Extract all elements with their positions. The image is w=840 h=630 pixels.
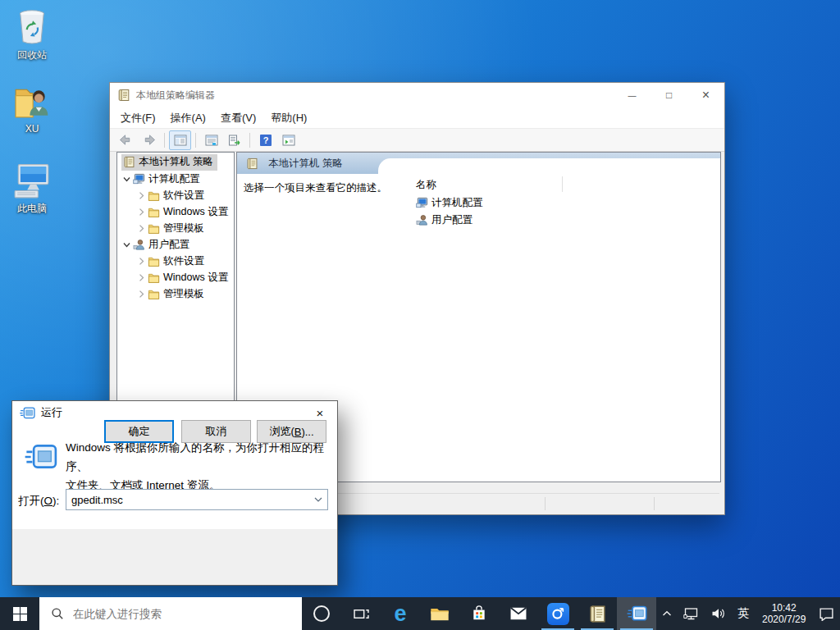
tree-item-computer-config[interactable]: 计算机配置 xyxy=(117,171,234,187)
tree-item-windows-settings[interactable]: Windows 设置 xyxy=(117,269,234,285)
back-arrow-icon xyxy=(118,134,134,146)
list-item-computer-config[interactable]: 计算机配置 xyxy=(416,194,483,212)
title-bar[interactable]: 本地组策略编辑器 — □ × xyxy=(110,83,724,107)
menu-action[interactable]: 操作(A) xyxy=(163,111,213,126)
tree-item-software-settings[interactable]: 软件设置 xyxy=(117,187,234,203)
taskbar-clock[interactable]: 10:42 2020/7/29 xyxy=(755,597,813,630)
todesk-icon xyxy=(547,603,569,625)
maximize-button[interactable]: □ xyxy=(651,83,687,107)
open-input[interactable] xyxy=(66,493,309,507)
menu-file[interactable]: 文件(F) xyxy=(113,111,163,126)
todesk-button[interactable] xyxy=(538,597,578,630)
close-button[interactable]: × xyxy=(687,83,724,107)
network-icon xyxy=(683,607,700,621)
tree-item-admin-templates[interactable]: 管理模板 xyxy=(117,220,234,236)
hidden-icons-button[interactable] xyxy=(656,597,678,630)
column-divider[interactable] xyxy=(562,176,563,192)
properties-button[interactable] xyxy=(200,130,222,150)
edge-icon: e xyxy=(394,603,406,625)
tree-item-admin-templates[interactable]: 管理模板 xyxy=(117,285,234,302)
mail-icon xyxy=(510,607,527,620)
tree-item-label: Windows 设置 xyxy=(163,205,228,219)
export-list-button[interactable] xyxy=(223,130,245,150)
chevron-right-icon[interactable] xyxy=(137,273,146,282)
selection-hint-text: 选择一个项目来查看它的描述。 xyxy=(244,181,387,195)
chevron-right-icon[interactable] xyxy=(137,290,146,299)
network-button[interactable] xyxy=(678,597,705,630)
folder-icon xyxy=(148,222,160,235)
browse-button[interactable]: 浏览(B)... xyxy=(257,420,326,443)
forward-button[interactable] xyxy=(138,130,160,150)
toolbar xyxy=(110,128,724,152)
status-bar-divider xyxy=(545,497,546,510)
store-button[interactable] xyxy=(459,597,499,630)
action-center-button[interactable] xyxy=(813,597,840,630)
folder-icon xyxy=(148,272,160,284)
tree-item-user-config[interactable]: 用户配置 xyxy=(117,236,234,253)
toolbar-separator xyxy=(164,133,165,148)
run-icon xyxy=(23,444,57,470)
chevron-right-icon[interactable] xyxy=(137,224,146,233)
help-button[interactable] xyxy=(254,130,276,150)
task-view-button[interactable] xyxy=(341,597,381,630)
run-icon xyxy=(19,407,35,419)
cortana-button[interactable] xyxy=(302,597,341,630)
volume-icon xyxy=(711,607,726,620)
new-window-button[interactable] xyxy=(277,130,299,150)
search-icon xyxy=(51,607,64,620)
properties-window-icon xyxy=(205,135,218,146)
search-input[interactable] xyxy=(71,607,280,621)
tree-item-windows-settings[interactable]: Windows 设置 xyxy=(117,203,234,220)
ime-indicator[interactable]: 英 xyxy=(732,597,755,630)
taskbar-search-box[interactable] xyxy=(39,597,302,630)
minimize-button[interactable]: — xyxy=(614,83,651,107)
column-header-name[interactable]: 名称 xyxy=(416,178,483,194)
start-button[interactable] xyxy=(0,597,39,630)
this-pc-icon xyxy=(13,163,51,199)
tree-item-local-computer-policy[interactable]: 本地计算机 策略 xyxy=(117,154,234,171)
chevron-right-icon[interactable] xyxy=(137,208,146,217)
scroll-icon xyxy=(123,156,135,168)
chevron-right-icon[interactable] xyxy=(137,191,146,200)
chevron-down-icon xyxy=(314,497,322,503)
chevron-up-icon xyxy=(662,609,672,618)
forward-arrow-icon xyxy=(141,134,157,146)
list-item-user-config[interactable]: 用户配置 xyxy=(416,212,483,229)
chevron-right-icon[interactable] xyxy=(137,257,146,266)
list-item-label: 计算机配置 xyxy=(431,196,483,210)
open-combobox[interactable] xyxy=(66,489,328,510)
menu-help[interactable]: 帮助(H) xyxy=(263,111,314,126)
description-line-1: Windows 将根据你所输入的名称，为你打开相应的程序、 xyxy=(66,438,337,476)
run-icon xyxy=(626,605,647,622)
desktop-icon-user-folder[interactable]: XU xyxy=(2,84,62,135)
chevron-down-icon[interactable] xyxy=(122,240,131,249)
cortana-icon xyxy=(313,605,330,622)
details-pane-header: 本地计算机 策略 xyxy=(237,153,720,174)
ok-button[interactable]: 确定 xyxy=(104,420,174,443)
run-dialog: 运行 × Windows 将根据你所输入的名称，为你打开相应的程序、 文件夹、文… xyxy=(11,400,338,586)
cancel-button[interactable]: 取消 xyxy=(181,420,251,443)
back-button[interactable] xyxy=(115,130,137,150)
desktop-icon-this-pc[interactable]: 此电脑 xyxy=(2,163,62,216)
recycle-bin-icon xyxy=(13,7,51,46)
run-taskbar-button[interactable] xyxy=(617,597,656,630)
tree-item-label: 软件设置 xyxy=(163,254,204,268)
desktop-icon-recycle-bin[interactable]: 回收站 xyxy=(2,7,62,62)
user-folder-icon xyxy=(13,84,51,121)
tree-item-label: 本地计算机 策略 xyxy=(139,155,213,169)
chevron-down-icon[interactable] xyxy=(122,175,131,184)
gpedit-taskbar-button[interactable] xyxy=(578,597,617,630)
window-title: 本地组策略编辑器 xyxy=(136,89,215,103)
volume-button[interactable] xyxy=(705,597,732,630)
mail-button[interactable] xyxy=(499,597,538,630)
show-console-tree-button[interactable] xyxy=(169,130,191,150)
menu-view[interactable]: 查看(V) xyxy=(213,111,263,126)
tree-item-software-settings[interactable]: 软件设置 xyxy=(117,253,234,269)
clock-time: 10:42 xyxy=(772,602,797,614)
folder-icon xyxy=(148,189,160,202)
combobox-dropdown[interactable] xyxy=(309,497,327,503)
file-explorer-button[interactable] xyxy=(420,597,459,630)
user-config-icon xyxy=(416,214,428,226)
computer-config-icon xyxy=(133,173,145,185)
edge-button[interactable]: e xyxy=(381,597,420,630)
